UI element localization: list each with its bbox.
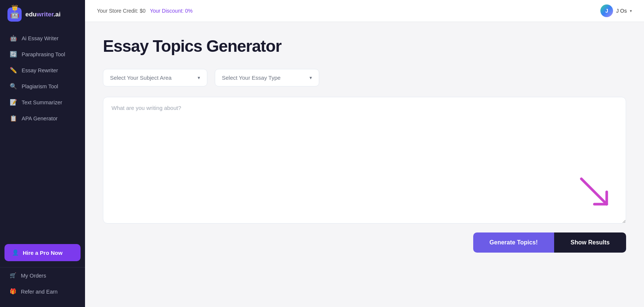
sidebar-item-ai-essay-writer[interactable]: 🤖 Ai Essay Writer <box>4 31 81 46</box>
essay-type-dropdown[interactable]: Select Your Essay Type ▾ <box>215 69 319 86</box>
store-credit-info: Your Store Credit: $0 Your Discount: 0% <box>97 8 193 14</box>
essay-rewriter-icon: ✏️ <box>10 67 17 74</box>
subject-area-label: Select Your Subject Area <box>110 75 172 81</box>
sidebar-item-paraphrasing-tool[interactable]: 🔄 Paraphrasing Tool <box>4 47 81 62</box>
discount-link[interactable]: Your Discount: 0% <box>150 8 193 14</box>
sidebar-item-my-orders[interactable]: 🛒 My Orders <box>4 268 81 284</box>
sidebar-item-essay-rewriter[interactable]: ✏️ Essay Rewriter <box>4 63 81 78</box>
action-row: Generate Topics! Show Results <box>103 232 626 253</box>
my-orders-label: My Orders <box>21 273 46 279</box>
sidebar-bottom: 🛒 My Orders 🎁 Refer and Earn <box>0 267 85 307</box>
brand-name: eduwriter.ai <box>25 11 61 18</box>
sidebar-item-label: Essay Rewriter <box>22 67 58 73</box>
sidebar-item-label: Text Summarizer <box>22 99 62 105</box>
sidebar-item-text-summarizer[interactable]: 📝 Text Summarizer <box>4 95 81 110</box>
sidebar-item-plagiarism-tool[interactable]: 🔍 Plagiarism Tool <box>4 79 81 94</box>
chevron-down-icon: ▾ <box>198 75 200 80</box>
brand-logo[interactable]: 👑 🤖 eduwriter.ai <box>0 0 85 31</box>
textarea-wrapper <box>103 97 626 225</box>
chevron-down-icon: ▾ <box>630 9 632 13</box>
text-summarizer-icon: 📝 <box>10 99 17 106</box>
essay-type-label: Select Your Essay Type <box>222 75 280 81</box>
ai-essay-writer-icon: 🤖 <box>10 35 17 42</box>
page-content: Essay Topics Generator Select Your Subje… <box>85 22 644 307</box>
apa-generator-icon: 📋 <box>10 115 17 122</box>
crown-icon: 👑 <box>12 4 18 10</box>
store-credit-label: Your Store Credit: $0 <box>97 8 145 14</box>
refer-earn-icon: 🎁 <box>10 288 16 295</box>
sidebar-item-label: Paraphrasing Tool <box>22 51 65 57</box>
hire-pro-button[interactable]: 👤 Hire a Pro Now <box>4 244 81 261</box>
page-title: Essay Topics Generator <box>103 37 626 56</box>
sidebar-item-label: Ai Essay Writer <box>22 35 59 41</box>
sidebar-item-label: Plagiarism Tool <box>22 83 58 89</box>
subject-area-dropdown[interactable]: Select Your Subject Area ▾ <box>103 69 207 86</box>
avatar: J <box>600 4 613 17</box>
sidebar-nav: 🤖 Ai Essay Writer 🔄 Paraphrasing Tool ✏️… <box>0 31 85 238</box>
generate-topics-button[interactable]: Generate Topics! <box>473 232 555 253</box>
sidebar: 👑 🤖 eduwriter.ai 🤖 Ai Essay Writer 🔄 Par… <box>0 0 85 307</box>
sidebar-item-label: APA Generator <box>22 115 57 121</box>
user-name: J Os <box>616 8 627 14</box>
topic-textarea[interactable] <box>103 97 626 224</box>
user-menu[interactable]: J J Os ▾ <box>600 4 632 17</box>
my-orders-icon: 🛒 <box>10 272 16 279</box>
main-content: Your Store Credit: $0 Your Discount: 0% … <box>85 0 644 307</box>
dropdowns-row: Select Your Subject Area ▾ Select Your E… <box>103 69 626 86</box>
sidebar-item-refer-earn[interactable]: 🎁 Refer and Earn <box>4 284 81 300</box>
header-bar: Your Store Credit: $0 Your Discount: 0% … <box>85 0 644 22</box>
logo-icon: 👑 🤖 <box>7 7 22 22</box>
refer-earn-label: Refer and Earn <box>21 289 57 295</box>
sidebar-item-apa-generator[interactable]: 📋 APA Generator <box>4 111 81 126</box>
plagiarism-tool-icon: 🔍 <box>10 83 17 90</box>
hire-label: Hire a Pro Now <box>23 250 63 256</box>
chevron-down-icon: ▾ <box>310 75 312 80</box>
robot-icon: 🤖 <box>10 10 19 19</box>
paraphrasing-tool-icon: 🔄 <box>10 51 17 58</box>
show-results-button[interactable]: Show Results <box>554 232 626 253</box>
hire-icon: 👤 <box>12 249 19 256</box>
